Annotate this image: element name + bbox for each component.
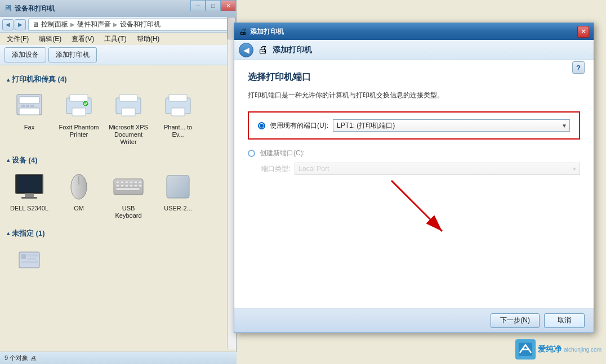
path-3: 设备和打印机 <box>120 20 161 29</box>
svg-rect-2 <box>19 108 39 115</box>
add-printer-button[interactable]: 添加打印机 <box>48 47 97 62</box>
dropdown-arrow-icon: ▼ <box>562 123 567 129</box>
list-item[interactable]: Phant... to Ev... <box>155 88 200 149</box>
path-2: 硬件和声音 <box>77 20 111 29</box>
content-area: 打印机和传真 (4) Fax <box>0 65 236 352</box>
printer-icon-nav: 🖨 <box>258 44 268 56</box>
svg-rect-39 <box>27 254 38 257</box>
port-type-row: 端口类型: Local Port ▼ <box>261 163 580 175</box>
menu-tools[interactable]: 工具(T) <box>100 33 131 45</box>
keyboard-icon <box>113 171 144 203</box>
unknown-device-icon <box>162 171 194 203</box>
xps-printer-icon <box>113 90 144 122</box>
svg-rect-26 <box>130 181 133 183</box>
back-arrow[interactable]: ◀ <box>2 19 14 30</box>
svg-rect-30 <box>121 185 124 187</box>
dialog-footer: 下一步(N) 取消 <box>234 308 594 332</box>
foxit-printer-icon <box>63 90 95 122</box>
menu-view[interactable]: 查看(V) <box>67 33 99 45</box>
xps-label: Microsoft XPS Document Writer <box>108 124 149 146</box>
dialog-section-title: 选择打印机端口 <box>248 71 580 83</box>
svg-rect-36 <box>167 176 189 198</box>
port-type-arrow-icon: ▼ <box>572 166 577 172</box>
create-new-label: 创建新端口(C): <box>260 149 305 158</box>
svg-rect-29 <box>116 185 119 187</box>
svg-rect-25 <box>125 181 128 183</box>
status-text: 9 个对象 <box>5 354 28 362</box>
forward-arrow[interactable]: ▶ <box>15 19 26 30</box>
phantom-icon <box>162 90 194 122</box>
svg-rect-19 <box>21 197 37 199</box>
cancel-button[interactable]: 取消 <box>544 313 585 328</box>
port-type-label: 端口类型: <box>261 164 290 174</box>
unspecified-device-icon <box>14 244 45 276</box>
next-button[interactable]: 下一步(N) <box>491 313 540 328</box>
list-item[interactable]: USER-2... <box>155 169 200 222</box>
menu-bar: 文件(F) 编辑(E) 查看(V) 工具(T) 帮助(H) <box>0 33 236 45</box>
fax-label: Fax <box>24 124 34 131</box>
list-item[interactable]: OM <box>56 169 101 222</box>
svg-rect-32 <box>130 185 133 187</box>
menu-file[interactable]: 文件(F) <box>2 33 33 45</box>
add-printer-dialog[interactable]: 🖨 添加打印机 ✕ ◀ 🖨 添加打印机 ? 选择打印机端口 打印机端口是一种允许… <box>234 23 594 333</box>
close-button[interactable]: ✕ <box>221 0 236 11</box>
watermark-domain: aichunjing.com <box>564 347 601 353</box>
mouse-label: OM <box>74 205 84 212</box>
svg-rect-23 <box>116 181 119 183</box>
list-item[interactable]: Foxit Phantom Printer <box>56 88 101 149</box>
dialog-close-button[interactable]: ✕ <box>577 26 589 38</box>
svg-rect-24 <box>121 181 124 183</box>
list-item[interactable] <box>7 242 52 280</box>
port-type-value: Local Port <box>298 165 329 173</box>
list-item[interactable]: Fax <box>7 88 52 149</box>
svg-rect-40 <box>27 258 36 260</box>
svg-rect-35 <box>116 188 140 190</box>
printer-icon: 🖨 <box>239 27 247 36</box>
svg-line-43 <box>391 181 442 231</box>
maximize-button[interactable]: □ <box>206 0 221 11</box>
printers-grid: Fax Foxit Phantom Printer <box>7 88 229 149</box>
use-existing-radio[interactable] <box>258 122 265 129</box>
svg-rect-1 <box>19 97 39 104</box>
titlebar-buttons: ─ □ ✕ <box>190 0 236 11</box>
dialog-back-button[interactable]: ◀ <box>239 43 253 57</box>
port-dropdown-value: LPT1: (打印机端口) <box>337 121 395 131</box>
help-button[interactable]: ? <box>572 61 585 74</box>
menu-help[interactable]: 帮助(H) <box>132 33 164 45</box>
fax-icon <box>14 90 45 122</box>
menu-edit[interactable]: 编辑(E) <box>34 33 66 45</box>
status-bar: 9 个对象 🖨 <box>0 352 237 364</box>
dialog-nav: ◀ 🖨 添加打印机 <box>234 40 594 60</box>
dialog-title: 添加打印机 <box>250 27 574 37</box>
svg-rect-14 <box>169 95 187 101</box>
svg-rect-17 <box>17 176 42 192</box>
nav-icon: 🖥 <box>32 21 39 29</box>
printers-section-header: 打印机和传真 (4) <box>7 74 229 84</box>
address-bar[interactable]: 🖥 控制面板 ▶ 硬件和声音 ▶ 设备和打印机 <box>28 19 234 31</box>
svg-rect-33 <box>134 185 137 187</box>
list-item[interactable]: Microsoft XPS Document Writer <box>106 88 151 149</box>
use-existing-port-row: 使用现有的端口(U): LPT1: (打印机端口) ▼ <box>258 119 570 132</box>
svg-rect-31 <box>125 185 128 187</box>
svg-rect-12 <box>122 108 135 116</box>
unspecified-section-header: 未指定 (1) <box>7 228 229 239</box>
path-1: 控制面板 <box>41 20 68 29</box>
list-item[interactable]: USB Keyboard <box>106 169 151 222</box>
svg-rect-3 <box>21 105 25 107</box>
svg-rect-15 <box>171 108 185 116</box>
unknown-label: USER-2... <box>164 205 192 212</box>
create-new-radio[interactable] <box>248 150 255 157</box>
annotation-arrow <box>248 175 580 242</box>
port-dropdown[interactable]: LPT1: (打印机端口) ▼ <box>333 119 570 132</box>
mouse-icon <box>63 171 95 203</box>
svg-rect-8 <box>72 108 86 116</box>
dialog-body: 选择打印机端口 打印机端口是一种允许你的计算机与打印机交换信息的连接类型。 使用… <box>234 60 594 308</box>
background-window: 🖥 设备和打印机 ─ □ ✕ ◀ ▶ 🖥 控制面板 ▶ 硬件和声音 ▶ 设备和打… <box>0 0 237 364</box>
foxit-printer-label: Foxit Phantom Printer <box>59 124 99 138</box>
list-item[interactable]: DELL S2340L <box>7 169 52 222</box>
svg-rect-7 <box>70 95 88 101</box>
background-titlebar: 🖥 设备和打印机 ─ □ ✕ <box>0 0 236 17</box>
minimize-button[interactable]: ─ <box>190 0 206 11</box>
add-device-button[interactable]: 添加设备 <box>5 47 46 62</box>
devices-section-header: 设备 (4) <box>7 155 229 165</box>
